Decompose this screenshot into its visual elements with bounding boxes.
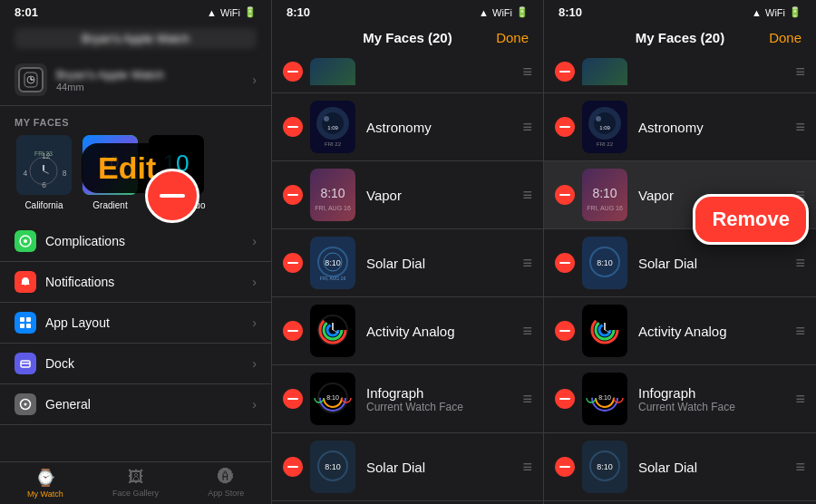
face-info-solardial2-3: Solar Dial [638,460,792,475]
face-name-activity-2: Activity Analog [366,324,519,339]
delete-btn-astronomy-2[interactable] [283,117,303,137]
tab-face-gallery[interactable]: 🖼 Face Gallery [91,468,181,499]
status-bar-1: 8:01 ▲ WiFi 🔋 [0,0,271,23]
delete-btn-infograph-2[interactable] [283,389,303,409]
delete-btn-solardial-3[interactable] [555,253,575,273]
list-row-activity-2[interactable]: Activity Analog ≡ [272,297,543,365]
face-name-astronomy-3: Astronomy [638,120,792,135]
svg-text:8:10: 8:10 [320,186,345,200]
delete-btn-astronomy-3[interactable] [555,117,575,137]
list-row-solardial-2[interactable]: 8:10 FRI, AUG 16 Solar Dial ≡ [272,229,543,297]
face-info-infograph-3: Infograph Current Watch Face [638,385,792,413]
drag-infograph-3[interactable]: ≡ [795,390,805,409]
minus-solardial [287,262,298,265]
minus-button[interactable] [145,169,199,223]
face-sub-infograph-2: Current Watch Face [366,401,519,413]
list-row-solardial2-3[interactable]: 8:10 Solar Dial ≡ [544,433,816,501]
done-button-3[interactable]: Done [769,30,801,45]
status-time-2: 8:10 [287,5,310,19]
drag-icon-partial-3[interactable]: ≡ [795,63,805,82]
minus-infograph [287,398,298,401]
drag-infograph-2[interactable]: ≡ [522,390,532,409]
face-info-activity-2: Activity Analog [366,324,519,339]
minus-icon [160,194,185,198]
drag-solardial2-2[interactable]: ≡ [522,458,532,477]
list-row-vapor-2[interactable]: 8:10 FRI, AUG 16 Vapor ≡ [272,161,543,229]
minus-solardial2-3 [559,466,570,469]
watch-device-row[interactable]: Bryan's Apple Watch 44mm › [0,54,271,106]
drag-solardial2-3[interactable]: ≡ [795,458,805,477]
list-row-infograph-2[interactable]: 8:10 Infograph Current Watch Face ≡ [272,365,543,433]
drag-activity-3[interactable]: ≡ [795,322,805,341]
svg-point-62 [594,112,616,134]
drag-icon-partial[interactable]: ≡ [522,63,532,82]
delete-btn-solardial2-2[interactable] [283,457,303,477]
delete-btn-infograph-3[interactable] [555,389,575,409]
menu-item-general[interactable]: General › [0,384,271,425]
general-label: General [45,397,252,412]
list-row-partial-3: ≡ [544,51,816,93]
menu-item-complications[interactable]: Complications › [0,221,271,262]
menu-item-dock[interactable]: Dock › [0,344,271,384]
delete-btn-solardial-2[interactable] [283,253,303,273]
delete-btn-solardial2-3[interactable] [555,457,575,477]
drag-solardial-3[interactable]: ≡ [795,254,805,273]
list-row-solardial2-2[interactable]: 8:10 Solar Dial ≡ [272,433,543,501]
svg-text:1:09: 1:09 [327,125,338,131]
general-chevron: › [252,397,257,412]
list-row-astronomy-2[interactable]: FRI 22 1:09 Astronomy ≡ [272,93,543,161]
tab-my-watch[interactable]: ⌚ My Watch [0,468,91,499]
tab-app-store[interactable]: 🅐 App Store [180,468,271,499]
menu-item-applayout[interactable]: App Layout › [0,303,271,344]
delete-btn-vapor-3[interactable] [555,185,575,205]
svg-text:8:10: 8:10 [597,462,613,471]
face-item-california[interactable]: FRI 23 4 8 6 12 California [15,133,73,210]
drag-activity-2[interactable]: ≡ [522,322,532,341]
svg-point-32 [324,116,329,121]
menu-item-notifications[interactable]: Notifications › [0,262,271,303]
svg-text:FRI, AUG 16: FRI, AUG 16 [320,276,346,281]
dock-chevron: › [252,356,257,371]
delete-btn-activity-2[interactable] [283,321,303,341]
list-row-activity-3[interactable]: Activity Analog ≡ [544,297,816,365]
delete-btn-vapor-2[interactable] [283,185,303,205]
drag-solardial-2[interactable]: ≡ [522,254,532,273]
face-label-california: California [24,200,63,210]
list-title-2: My Faces (20) [363,30,452,45]
face-thumb-astronomy-3: FRI 22 1:09 [582,101,627,153]
list-row-astronomy-3[interactable]: FRI 22 1:09 Astronomy ≡ [544,93,816,161]
face-name-astronomy-2: Astronomy [366,120,519,135]
done-button-2[interactable]: Done [496,30,529,45]
face-info-infograph-2: Infograph Current Watch Face [366,385,519,413]
applayout-label: App Layout [45,315,252,330]
list-row-infograph-3[interactable]: 8:10 Infograph Current Watch Face ≡ [544,365,816,433]
drag-astronomy-3[interactable]: ≡ [795,118,805,137]
complications-chevron: › [252,234,257,248]
svg-text:12: 12 [42,151,51,160]
drag-astronomy-2[interactable]: ≡ [522,118,532,137]
app-store-tab-label: App Store [208,489,244,498]
drag-vapor-2[interactable]: ≡ [522,186,532,205]
svg-point-31 [322,112,344,134]
face-name-solardial-2: Solar Dial [366,256,519,271]
face-thumb-solardial2-2: 8:10 [310,441,355,493]
remove-button[interactable]: Remove [693,194,809,245]
status-bar-2: 8:10 ▲ WiFi 🔋 [272,0,543,23]
face-thumb-astronomy-2: FRI 22 1:09 [310,101,355,153]
partial-thumb-2 [310,58,355,85]
wifi-icon: WiFi [220,7,240,18]
face-thumb-solardial-2: 8:10 FRI, AUG 16 [310,237,355,289]
list-items-3: ≡ FRI 22 1:09 Astronomy ≡ [544,51,816,504]
delete-btn-partial-2[interactable] [283,62,303,82]
notifications-icon [15,271,36,293]
battery-icon-2: 🔋 [516,6,529,18]
minus-solardial-3 [559,262,570,265]
watch-icon [15,63,47,96]
delete-btn-activity-3[interactable] [555,321,575,341]
face-thumb-solardial2-3: 8:10 [582,441,627,493]
face-name-solardial-3: Solar Dial [638,256,792,271]
svg-point-20 [24,239,27,243]
delete-btn-partial-3[interactable] [555,62,575,82]
status-icons-3: ▲ WiFi 🔋 [752,6,801,18]
svg-text:8: 8 [63,169,67,178]
